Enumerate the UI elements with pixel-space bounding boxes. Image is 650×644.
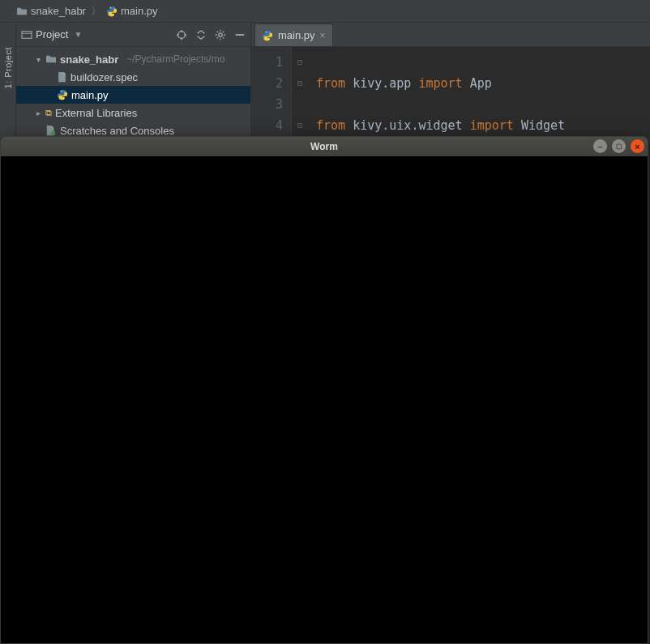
breadcrumb-bar: snake_habr 〉 main.py (0, 0, 650, 23)
maximize-button[interactable]: ▢ (612, 139, 626, 153)
fold-marker-icon[interactable] (292, 73, 308, 94)
tree-file-main[interactable]: main.py (16, 86, 250, 104)
svg-point-12 (63, 98, 64, 99)
line-number: 3 (251, 94, 283, 115)
python-file-icon (262, 30, 273, 41)
worm-app-window: Worm – ▢ × (0, 136, 648, 644)
tree-project-root[interactable]: snake_habr ~/PycharmProjects/mo (16, 50, 250, 68)
fold-marker-icon[interactable] (292, 52, 308, 73)
project-view-title[interactable]: Project (36, 28, 68, 41)
locate-icon[interactable] (176, 29, 187, 41)
tool-window-tab-label: 1: Project (3, 47, 13, 88)
fold-marker-icon[interactable] (292, 115, 308, 136)
svg-point-9 (219, 32, 222, 36)
svg-point-4 (178, 31, 186, 38)
project-tree: snake_habr ~/PycharmProjects/mo buildoze… (16, 47, 250, 143)
svg-point-15 (268, 38, 269, 39)
svg-point-11 (61, 91, 62, 92)
tree-root-name: snake_habr (60, 53, 118, 66)
tree-label: External Libraries (55, 107, 137, 119)
editor-tab-main[interactable]: main.py × (254, 23, 333, 46)
tree-file-label: buildozer.spec (71, 71, 138, 83)
svg-point-13 (51, 131, 55, 135)
close-icon[interactable]: × (320, 30, 326, 41)
expand-all-icon[interactable] (195, 29, 207, 41)
folder-icon (45, 54, 57, 64)
tree-root-path: ~/PycharmProjects/mo (126, 53, 225, 65)
breadcrumb-root[interactable]: snake_habr (31, 5, 86, 17)
project-view-icon (21, 30, 32, 40)
editor-tab-label: main.py (278, 29, 315, 41)
python-file-icon (57, 89, 68, 100)
library-icon: ⧉ (45, 108, 52, 118)
svg-point-14 (266, 31, 267, 32)
project-header: Project ▼ (16, 23, 250, 47)
editor-tabs: main.py × (251, 23, 650, 47)
minimize-button[interactable]: – (593, 139, 607, 153)
tree-file-label: main.py (71, 89, 109, 101)
worm-app-canvas[interactable] (1, 156, 648, 643)
line-number: 1 (251, 52, 283, 73)
worm-title: Worm (310, 141, 338, 152)
svg-point-1 (113, 14, 113, 15)
svg-rect-2 (22, 31, 32, 38)
tree-label: Scratches and Consoles (60, 125, 174, 137)
tree-file-buildozer[interactable]: buildozer.spec (16, 68, 250, 86)
line-number: 2 (251, 73, 283, 94)
window-controls: – ▢ × (593, 139, 644, 153)
breadcrumb-separator: 〉 (91, 4, 101, 19)
line-number: 4 (251, 115, 283, 136)
dropdown-icon[interactable]: ▼ (74, 30, 82, 39)
scratch-icon (45, 125, 57, 136)
chevron-down-icon[interactable] (34, 55, 42, 64)
close-button[interactable]: × (631, 139, 644, 153)
file-icon (57, 71, 67, 83)
gear-icon[interactable] (215, 29, 226, 41)
tree-external-libraries[interactable]: ⧉ External Libraries (16, 104, 250, 122)
python-file-icon (106, 6, 118, 17)
svg-point-0 (110, 6, 111, 7)
folder-icon (16, 6, 28, 16)
hide-icon[interactable] (234, 29, 246, 41)
worm-titlebar[interactable]: Worm – ▢ × (1, 137, 648, 156)
breadcrumb-file[interactable]: main.py (121, 5, 158, 17)
chevron-right-icon[interactable] (34, 109, 42, 117)
